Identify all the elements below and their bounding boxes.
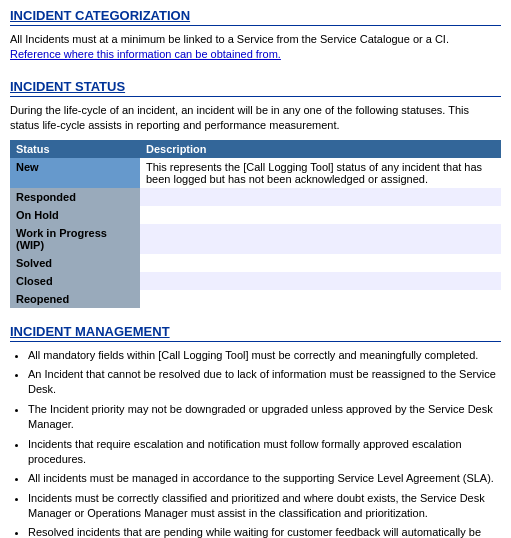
status-title: INCIDENT STATUS (10, 79, 501, 97)
table-row: Reopened (10, 290, 501, 308)
list-item: All incidents must be managed in accorda… (28, 471, 501, 486)
list-item: Resolved incidents that are pending whil… (28, 525, 501, 538)
status-cell: Work in Progress (WIP) (10, 224, 140, 254)
status-cell: Reopened (10, 290, 140, 308)
desc-cell: This represents the [Call Logging Tool] … (140, 158, 501, 188)
management-list: All mandatory fields within [Call Loggin… (28, 348, 501, 538)
list-item: Incidents that require escalation and no… (28, 437, 501, 468)
categorization-text: All Incidents must at a minimum be linke… (10, 32, 501, 63)
management-title: INCIDENT MANAGEMENT (10, 324, 501, 342)
status-cell: Solved (10, 254, 140, 272)
status-cell: New (10, 158, 140, 188)
management-section: INCIDENT MANAGEMENT All mandatory fields… (10, 324, 501, 538)
categorization-title: INCIDENT CATEGORIZATION (10, 8, 501, 26)
table-row: On Hold (10, 206, 501, 224)
table-row: NewThis represents the [Call Logging Too… (10, 158, 501, 188)
status-description: During the life-cycle of an incident, an… (10, 103, 501, 134)
list-item: Incidents must be correctly classified a… (28, 491, 501, 522)
status-table: Status Description NewThis represents th… (10, 140, 501, 308)
table-row: Closed (10, 272, 501, 290)
status-cell: On Hold (10, 206, 140, 224)
desc-cell (140, 290, 501, 308)
table-row: Responded (10, 188, 501, 206)
desc-cell (140, 224, 501, 254)
categorization-link[interactable]: Reference where this information can be … (10, 48, 281, 60)
list-item: The Incident priority may not be downgra… (28, 402, 501, 433)
desc-cell (140, 254, 501, 272)
table-row: Work in Progress (WIP) (10, 224, 501, 254)
status-section: INCIDENT STATUS During the life-cycle of… (10, 79, 501, 308)
desc-cell (140, 272, 501, 290)
col-desc-header: Description (140, 140, 501, 158)
table-row: Solved (10, 254, 501, 272)
status-cell: Responded (10, 188, 140, 206)
categorization-section: INCIDENT CATEGORIZATION All Incidents mu… (10, 8, 501, 63)
status-cell: Closed (10, 272, 140, 290)
list-item: An Incident that cannot be resolved due … (28, 367, 501, 398)
list-item: All mandatory fields within [Call Loggin… (28, 348, 501, 363)
desc-cell (140, 188, 501, 206)
col-status-header: Status (10, 140, 140, 158)
desc-cell (140, 206, 501, 224)
